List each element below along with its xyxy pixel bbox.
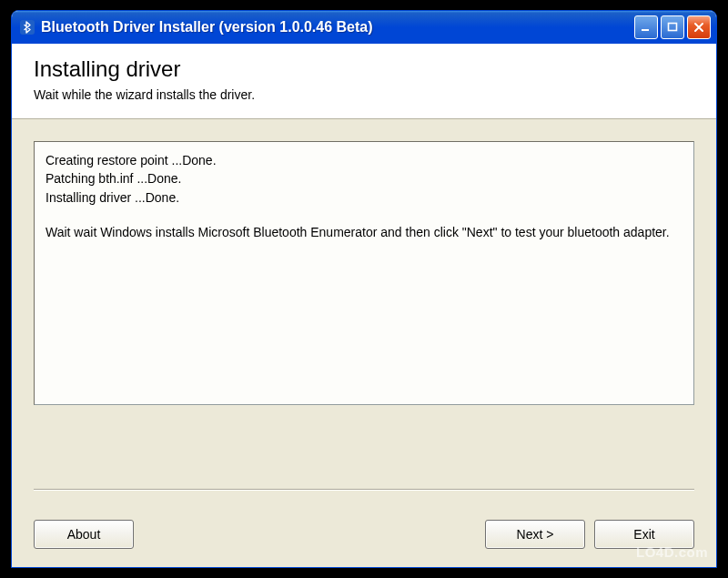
close-button[interactable]: [687, 15, 711, 39]
page-subtitle: Wait while the wizard installs the drive…: [34, 87, 694, 102]
install-log-panel: Creating restore point ...Done. Patching…: [34, 141, 694, 405]
titlebar[interactable]: Bluetooth Driver Installer (version 1.0.…: [12, 11, 716, 44]
svg-rect-1: [642, 29, 649, 31]
exit-button[interactable]: Exit: [594, 520, 694, 549]
content-area: Creating restore point ...Done. Patching…: [12, 119, 716, 505]
maximize-button[interactable]: [661, 15, 684, 39]
divider: [34, 489, 694, 491]
next-button[interactable]: Next >: [485, 520, 585, 549]
svg-rect-2: [669, 24, 677, 31]
log-line: Installing driver ...Done.: [46, 188, 682, 207]
titlebar-controls: [634, 15, 711, 39]
bluetooth-icon: [19, 19, 35, 35]
wizard-header: Installing driver Wait while the wizard …: [12, 44, 716, 119]
log-line: Patching bth.inf ...Done.: [46, 169, 682, 188]
window-title: Bluetooth Driver Installer (version 1.0.…: [41, 19, 634, 35]
log-line: Creating restore point ...Done.: [46, 151, 682, 169]
log-message: Wait wait Windows installs Microsoft Blu…: [46, 223, 682, 241]
installer-window: Bluetooth Driver Installer (version 1.0.…: [11, 10, 717, 568]
minimize-button[interactable]: [634, 15, 658, 39]
button-row: About Next > Exit: [12, 505, 716, 567]
about-button[interactable]: About: [34, 520, 134, 549]
page-title: Installing driver: [34, 56, 694, 82]
